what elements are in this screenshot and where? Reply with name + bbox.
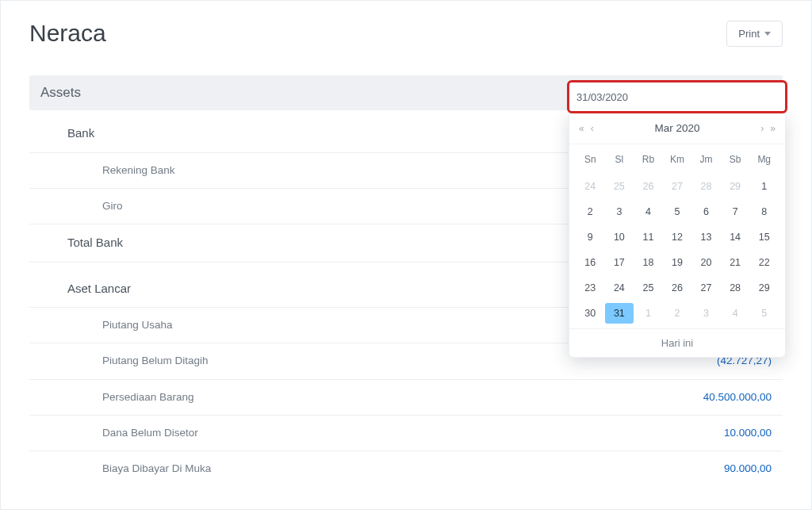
- print-label: Print: [738, 28, 760, 40]
- datepicker-day[interactable]: 8: [749, 201, 779, 222]
- datepicker-day[interactable]: 3: [605, 201, 634, 222]
- datepicker-dow: Sn: [576, 149, 605, 171]
- next-month-icon[interactable]: ›: [760, 124, 764, 133]
- row-biaya-dibayar-di-muka[interactable]: Biaya Dibayar Di Muka 90.000,00: [29, 451, 783, 486]
- datepicker-day-other[interactable]: 25: [605, 176, 634, 197]
- date-picker[interactable]: « ‹ Mar 2020 › » SnSlRbKmJmSbMg242526272…: [569, 112, 786, 358]
- datepicker-month-label[interactable]: Mar 2020: [654, 122, 699, 134]
- date-input[interactable]: [572, 85, 783, 109]
- datepicker-today-button[interactable]: Hari ini: [569, 328, 785, 349]
- prev-year-icon[interactable]: «: [579, 124, 584, 133]
- group-bank-label: Bank: [67, 125, 94, 143]
- datepicker-day-other[interactable]: 1: [634, 303, 663, 324]
- datepicker-day-other[interactable]: 5: [749, 303, 779, 324]
- datepicker-day[interactable]: 4: [634, 201, 663, 222]
- row-piutang-belum-ditagih-label: Piutang Belum Ditagih: [102, 353, 209, 369]
- row-giro-label: Giro: [102, 198, 123, 214]
- next-year-icon[interactable]: »: [770, 124, 776, 133]
- datepicker-day[interactable]: 6: [691, 201, 721, 222]
- group-aset-lancar-label: Aset Lancar: [67, 280, 131, 298]
- date-input-highlight: [567, 80, 787, 113]
- datepicker-day[interactable]: 12: [663, 227, 692, 247]
- datepicker-day[interactable]: 10: [605, 227, 634, 247]
- datepicker-day[interactable]: 28: [721, 278, 750, 298]
- datepicker-day[interactable]: 22: [749, 252, 779, 273]
- datepicker-day[interactable]: 5: [663, 201, 692, 222]
- row-biaya-dibayar-di-muka-label: Biaya Dibayar Di Muka: [102, 461, 211, 477]
- print-button[interactable]: Print: [726, 21, 783, 47]
- datepicker-dow: Jm: [691, 149, 721, 171]
- datepicker-day-other[interactable]: 26: [634, 176, 663, 197]
- row-rekening-bank-label: Rekening Bank: [102, 163, 175, 178]
- datepicker-day[interactable]: 13: [691, 227, 721, 247]
- datepicker-day[interactable]: 18: [634, 252, 663, 273]
- datepicker-dow: Km: [663, 149, 692, 171]
- row-biaya-dibayar-di-muka-amount: 90.000,00: [724, 461, 772, 477]
- datepicker-dow: Sl: [605, 149, 634, 171]
- datepicker-day[interactable]: 26: [663, 278, 692, 298]
- datepicker-day[interactable]: 21: [721, 252, 750, 273]
- row-persediaan-barang[interactable]: Persediaan Barang 40.500.000,00: [29, 380, 783, 416]
- datepicker-day-other[interactable]: 2: [663, 303, 692, 324]
- datepicker-dow: Mg: [749, 149, 779, 171]
- datepicker-day[interactable]: 30: [576, 303, 605, 324]
- datepicker-day[interactable]: 2: [576, 201, 605, 222]
- page-title: Neraca: [29, 20, 106, 47]
- row-dana-belum-disetor-label: Dana Belum Disetor: [102, 425, 198, 441]
- datepicker-day[interactable]: 1: [749, 176, 779, 197]
- datepicker-day-other[interactable]: 3: [691, 303, 721, 324]
- datepicker-day[interactable]: 7: [721, 201, 750, 222]
- datepicker-day-other[interactable]: 27: [663, 176, 692, 197]
- datepicker-dow: Rb: [634, 149, 663, 171]
- datepicker-day[interactable]: 16: [576, 252, 605, 273]
- datepicker-day[interactable]: 15: [749, 227, 779, 247]
- datepicker-day-other[interactable]: 29: [721, 176, 750, 197]
- datepicker-day[interactable]: 23: [576, 278, 605, 298]
- datepicker-day-selected[interactable]: 31: [605, 303, 634, 324]
- datepicker-day[interactable]: 27: [691, 278, 721, 298]
- datepicker-day[interactable]: 11: [634, 227, 663, 247]
- datepicker-day[interactable]: 9: [576, 227, 605, 247]
- total-bank-label: Total Bank: [67, 234, 123, 252]
- row-dana-belum-disetor[interactable]: Dana Belum Disetor 10.000,00: [29, 416, 783, 451]
- datepicker-day[interactable]: 17: [605, 252, 634, 273]
- row-persediaan-barang-amount: 40.500.000,00: [703, 389, 772, 405]
- chevron-down-icon: [764, 32, 771, 36]
- datepicker-day[interactable]: 19: [663, 252, 692, 273]
- row-dana-belum-disetor-amount: 10.000,00: [724, 425, 772, 441]
- datepicker-day-other[interactable]: 28: [691, 176, 721, 197]
- prev-month-icon[interactable]: ‹: [591, 124, 594, 133]
- datepicker-day[interactable]: 20: [691, 252, 721, 273]
- datepicker-day[interactable]: 25: [634, 278, 663, 298]
- row-piutang-usaha-label: Piutang Usaha: [102, 317, 173, 333]
- datepicker-day[interactable]: 24: [605, 278, 634, 298]
- datepicker-day[interactable]: 14: [721, 227, 750, 247]
- datepicker-dow: Sb: [721, 149, 750, 171]
- datepicker-day-other[interactable]: 4: [721, 303, 750, 324]
- datepicker-day[interactable]: 29: [749, 278, 779, 298]
- row-persediaan-barang-label: Persediaan Barang: [102, 389, 194, 405]
- datepicker-day-other[interactable]: 24: [576, 176, 605, 197]
